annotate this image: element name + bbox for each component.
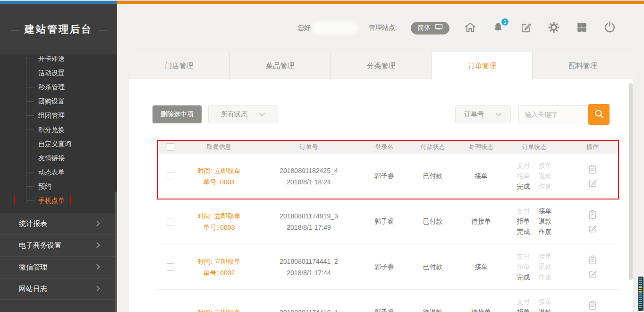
order-no-cell: 20180801174919_3 2018/8/1 17:49 — [254, 210, 363, 233]
status-filter-value: 所有状态 — [221, 110, 247, 119]
logout-button[interactable] — [602, 21, 617, 35]
order-status-actions: 支付 接单 拒单 退款 完成 作废 — [502, 298, 566, 312]
search-button[interactable] — [588, 104, 610, 125]
action-pay[interactable]: 支付 — [517, 298, 530, 306]
title-decor-left: — — [10, 24, 19, 35]
indicator-stripes — [639, 278, 642, 309]
login-name-cell: 郭子睿 — [363, 172, 406, 181]
action-void[interactable]: 作废 — [539, 182, 552, 191]
apps-button[interactable] — [575, 21, 589, 35]
row-checkbox[interactable] — [167, 263, 174, 271]
action-refund[interactable]: 退款 — [539, 172, 552, 181]
order-no-cell: 20180801182425_4 2018/8/1 18:24 — [254, 165, 363, 188]
sidebar-item-site-logs[interactable]: 网站日志 — [0, 278, 117, 300]
chevron-right-icon — [94, 286, 100, 292]
tab-dish-mgmt[interactable]: 菜品管理 — [230, 52, 331, 79]
login-name-cell: 郭子睿 — [363, 217, 406, 226]
tab-order-mgmt[interactable]: 订单管理 — [432, 52, 533, 79]
title-decor-right: — — [98, 24, 107, 35]
pay-status-cell: 待退款 — [406, 308, 460, 312]
search-field-select[interactable]: 订单号 — [455, 105, 511, 123]
home-button[interactable] — [463, 21, 477, 35]
sidebar-item-ecommerce-settings[interactable]: 电子商务设置 — [0, 234, 117, 256]
row-checkbox[interactable] — [167, 309, 174, 312]
action-void[interactable]: 作废 — [539, 273, 552, 282]
order-status-actions: 支付 接单 拒单 退款 完成 作废 — [502, 207, 566, 236]
action-reject[interactable]: 拒单 — [517, 172, 530, 181]
notification-badge: 1 — [501, 18, 508, 26]
login-name-cell: 郭子睿 — [363, 263, 406, 271]
order-edit-button[interactable] — [587, 269, 598, 279]
action-complete[interactable]: 完成 — [517, 182, 530, 191]
action-complete[interactable]: 完成 — [517, 228, 530, 236]
edit-button[interactable] — [519, 21, 533, 35]
action-accept[interactable]: 接单 — [539, 207, 552, 216]
col-header-pay-status: 付款状态 — [406, 143, 460, 151]
order-detail-button[interactable] — [587, 164, 598, 174]
sidebar-item-group-mgmt[interactable]: 组团管理 — [26, 108, 117, 122]
sidebar-item-reservation[interactable]: 预约 — [26, 179, 117, 193]
action-refund[interactable]: 退款 — [539, 217, 552, 226]
delete-selected-button[interactable]: 删除选中项 — [153, 105, 202, 123]
action-reject[interactable]: 拒单 — [517, 308, 530, 312]
action-accept[interactable]: 接单 — [539, 162, 552, 170]
col-header-login-name: 登录名 — [363, 143, 406, 151]
action-reject[interactable]: 拒单 — [517, 263, 530, 271]
chevron-down-icon — [495, 111, 502, 118]
notifications-button[interactable]: 1 — [491, 21, 505, 35]
sidebar-item-friend-links[interactable]: 友情链接 — [26, 151, 117, 165]
chevron-right-icon — [94, 242, 100, 248]
sidebar-item-card-gift[interactable]: 开卡即送 — [26, 54, 117, 66]
row-checkbox[interactable] — [167, 173, 174, 180]
sidebar-item-flash-sale[interactable]: 秒杀管理 — [26, 80, 117, 94]
action-pay[interactable]: 支付 — [517, 207, 530, 216]
action-complete[interactable]: 完成 — [517, 273, 530, 282]
settings-button[interactable] — [547, 21, 561, 35]
action-refund[interactable]: 退款 — [539, 263, 552, 271]
sidebar-section-label: 微信管理 — [19, 263, 47, 272]
action-accept[interactable]: 接单 — [539, 298, 552, 306]
sidebar-item-group-buy[interactable]: 团购设置 — [26, 94, 117, 108]
home-icon — [464, 21, 477, 35]
pickup-info-cell: 时间: 立即取单 — [184, 307, 254, 312]
sidebar-item-activity-settings[interactable]: 活动设置 — [26, 66, 117, 80]
sidebar-item-statistics[interactable]: 统计报表 — [0, 213, 117, 234]
sidebar-item-dynamic-forms[interactable]: 动态表单 — [26, 165, 117, 179]
edit-pencil-icon — [520, 21, 532, 35]
clipboard-icon — [587, 169, 598, 176]
sidebar-item-wechat-mgmt[interactable]: 微信管理 — [0, 256, 117, 278]
col-header-order-no: 订单号 — [254, 143, 363, 151]
keyword-input[interactable] — [518, 105, 589, 123]
tab-category-mgmt[interactable]: 分类管理 — [331, 52, 432, 79]
simplified-chinese-site-button[interactable]: 简体 — [411, 22, 449, 35]
action-refund[interactable]: 退款 — [539, 308, 552, 312]
select-all-checkbox[interactable] — [167, 143, 174, 151]
action-reject[interactable]: 拒单 — [517, 217, 530, 226]
process-status-cell: 待接单 — [460, 308, 502, 312]
row-checkbox[interactable] — [167, 218, 174, 225]
order-detail-button[interactable] — [587, 300, 598, 311]
sidebar-item-points-exchange[interactable]: 积分兑换 — [26, 122, 117, 137]
greeting-text: 您好 — [297, 24, 311, 32]
sidebar-item-custom-query[interactable]: 自定义查询 — [26, 137, 117, 151]
edit-square-icon — [587, 182, 598, 190]
action-void[interactable]: 作废 — [539, 228, 552, 236]
orders-table: 取餐信息 订单号 登录名 付款状态 处理状态 订单状态 操作 时间: 立即取单 … — [157, 140, 619, 312]
order-edit-button[interactable] — [587, 178, 598, 188]
action-pay[interactable]: 支付 — [517, 252, 530, 261]
status-filter-select[interactable]: 所有状态 — [208, 105, 278, 123]
clipboard-icon — [587, 305, 598, 312]
tab-store-mgmt[interactable]: 门店管理 — [129, 52, 230, 79]
greeting-area: 您好 — [297, 23, 355, 33]
sidebar-scrollbar[interactable] — [115, 191, 117, 312]
action-pay[interactable]: 支付 — [517, 162, 530, 170]
order-detail-button[interactable] — [587, 255, 598, 265]
tab-ingredient-mgmt[interactable]: 配料管理 — [533, 52, 633, 79]
content-scrollbar[interactable] — [629, 83, 633, 280]
order-detail-button[interactable] — [587, 209, 598, 220]
sidebar-item-mobile-ordering[interactable]: 手机点单 — [26, 193, 117, 208]
order-edit-button[interactable] — [587, 223, 598, 234]
screen-indicator-widget — [638, 277, 644, 311]
table-row: 时间: 立即取单 单号: 0003 20180801174919_3 2018/… — [157, 199, 619, 244]
action-accept[interactable]: 接单 — [539, 252, 552, 261]
